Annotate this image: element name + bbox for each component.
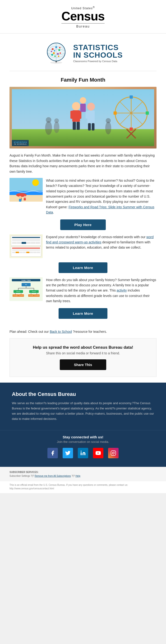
block1-text: What comes to mind when you think of sum… [46, 178, 156, 215]
svg-point-12 [59, 47, 60, 48]
block3-row: FAMILY TREE Me Parent [10, 277, 156, 304]
svg-rect-30 [114, 112, 117, 115]
svg-text:FAMILY TREE: FAMILY TREE [21, 280, 30, 281]
footer-text: SUBSCRIBER SERVICES: Subscriber Settings… [10, 470, 156, 478]
svg-text:Grandpa: Grandpa [29, 295, 34, 296]
svg-point-52 [106, 118, 111, 123]
instagram-icon[interactable] [108, 448, 118, 458]
share-this-button[interactable]: Share This [60, 359, 106, 370]
block2-text: Expand your students? knowledge of censu… [46, 234, 156, 250]
svg-point-49 [54, 122, 59, 133]
svg-point-17 [51, 51, 52, 52]
logo-bureau: Bureau [62, 23, 104, 28]
sis-subtitle: Classrooms Powered by Census Data [73, 60, 122, 62]
worksheet-page-2 [11, 246, 41, 257]
social-title: Stay connected with us! [10, 435, 156, 439]
help-link[interactable]: Help [76, 475, 80, 477]
block1-btn-container: Play Here [10, 220, 156, 230]
footer: SUBSCRIBER SERVICES: Subscriber Settings… [0, 467, 166, 481]
about-section: About the Census Bureau We serve as the … [0, 382, 166, 430]
youtube-icon[interactable] [93, 448, 104, 458]
block2-thumb [10, 234, 43, 258]
play-here-button[interactable]: Play Here [60, 220, 106, 230]
svg-point-8 [58, 49, 60, 51]
about-text: We serve as the nation?s leading provide… [12, 401, 154, 422]
svg-rect-27 [130, 95, 133, 99]
block2-btn-container: Learn More [10, 262, 156, 273]
block1-thumb [10, 178, 43, 202]
worksheet-page-1 [11, 236, 41, 246]
svg-point-39 [80, 97, 86, 104]
block3-text: How often do you talk about your family … [46, 277, 156, 304]
worksheets-illustration [10, 234, 43, 258]
main-section: Family Fun Month [0, 71, 166, 328]
family-tree-svg: FAMILY TREE Me Parent [11, 278, 42, 300]
svg-rect-90 [111, 451, 116, 456]
svg-rect-37 [72, 122, 76, 130]
svg-point-51 [105, 122, 111, 134]
learn-more-button-1[interactable]: Learn More [58, 262, 108, 273]
header: United States® Census Bureau [0, 0, 166, 34]
svg-point-59 [19, 196, 22, 199]
svg-rect-36 [78, 111, 81, 119]
census-logo: United States® Census Bureau [62, 6, 104, 28]
plan-ahead-section: Plan ahead: Check out our Back to School… [0, 329, 166, 338]
svg-rect-28 [130, 128, 133, 131]
hero-illustration [12, 89, 154, 146]
hero-image: STATISTICS IN SCHOOLS [10, 87, 156, 148]
globe-icon [43, 40, 69, 66]
sis-title: STATISTICS IN SCHOOLS [73, 44, 122, 59]
svg-point-6 [52, 48, 54, 50]
back-to-school-link[interactable]: Back to School [50, 330, 72, 334]
svg-point-16 [60, 52, 61, 54]
svg-point-7 [55, 46, 57, 48]
logo-census: Census [62, 10, 104, 22]
social-section: Stay connected with us! Join the convers… [0, 430, 166, 467]
footer-disclaimer: This is an official email from the U.S. … [0, 481, 166, 493]
share-title: Help us spread the word about Census Bur… [14, 345, 152, 350]
svg-rect-56 [10, 195, 43, 202]
svg-point-41 [87, 103, 95, 110]
svg-point-88 [81, 451, 82, 452]
svg-rect-62 [24, 198, 26, 200]
svg-text:Parent: Parent [16, 291, 20, 292]
email-wrapper: United States® Census Bureau [0, 0, 166, 493]
twitter-icon[interactable] [62, 448, 73, 458]
svg-point-50 [54, 118, 59, 123]
learn-more-button-2[interactable]: Learn More [58, 308, 108, 319]
facebook-icon[interactable] [48, 448, 58, 458]
svg-text:Grandpa: Grandpa [13, 295, 18, 296]
svg-rect-46 [92, 123, 94, 131]
svg-rect-40 [80, 104, 86, 112]
share-subtitle: Share this on social media or forward it… [14, 351, 152, 355]
svg-point-14 [58, 56, 59, 57]
block2-row: Expand your students? knowledge of censu… [10, 234, 156, 258]
svg-point-10 [57, 53, 59, 55]
beach-illustration [10, 178, 43, 202]
block1-row: What comes to mind when you think of sum… [10, 178, 156, 215]
hero-sis-badge: STATISTICS IN SCHOOLS [12, 140, 29, 146]
svg-rect-35 [70, 111, 74, 119]
svg-rect-60 [19, 199, 21, 202]
linkedin-icon[interactable] [78, 448, 88, 458]
svg-rect-43 [86, 111, 89, 118]
svg-point-15 [54, 56, 56, 57]
svg-rect-44 [91, 111, 94, 118]
block3-btn-container: Learn More [10, 308, 156, 319]
svg-text:Grandma: Grandma [19, 295, 24, 296]
about-title: About the Census Bureau [12, 391, 154, 397]
activity-link[interactable]: activity [117, 288, 127, 292]
block3-thumb: FAMILY TREE Me Parent [10, 277, 43, 301]
svg-point-54 [32, 179, 39, 186]
remove-subscriptions-link[interactable]: Remove me from All Subscriptions [34, 475, 71, 477]
svg-point-11 [51, 54, 53, 56]
social-icons-row [10, 448, 156, 458]
svg-point-13 [54, 50, 55, 52]
svg-point-9 [53, 52, 55, 54]
svg-rect-38 [76, 122, 80, 130]
svg-point-33 [72, 102, 80, 110]
svg-rect-29 [146, 112, 149, 115]
family-tree-illustration: FAMILY TREE Me Parent [10, 277, 43, 301]
svg-rect-45 [88, 123, 91, 131]
svg-point-48 [46, 117, 51, 123]
